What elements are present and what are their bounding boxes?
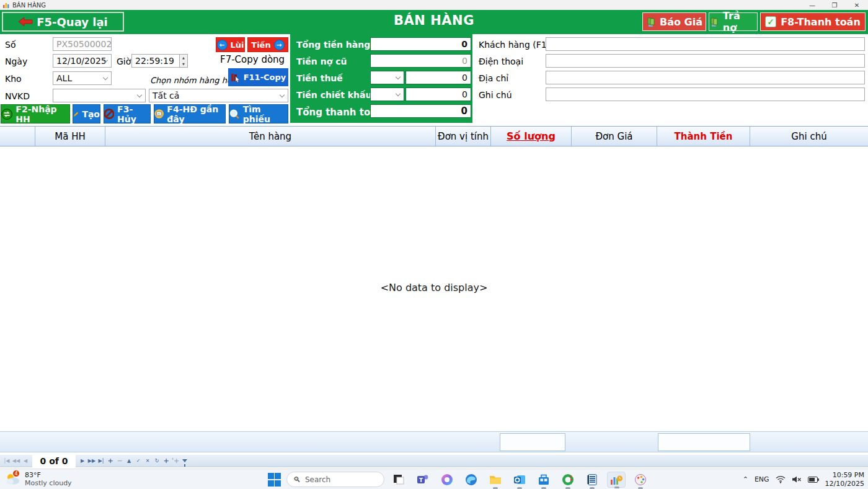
- green-app-icon[interactable]: [559, 472, 577, 488]
- volume-muted-icon[interactable]: [792, 475, 802, 483]
- create-button[interactable]: Tạo: [73, 104, 100, 123]
- paint-app-icon[interactable]: [631, 472, 650, 488]
- language-indicator[interactable]: ENG: [755, 475, 769, 483]
- spin-down-icon[interactable]: ▼: [180, 61, 187, 67]
- spin-up-icon[interactable]: ▲: [180, 55, 187, 61]
- total-goods-field[interactable]: 0: [370, 37, 471, 51]
- address-field[interactable]: [546, 71, 865, 84]
- first-record-button[interactable]: |◀: [2, 456, 11, 466]
- wifi-icon[interactable]: [776, 475, 786, 483]
- column-row-selector[interactable]: [0, 127, 35, 146]
- store-icon[interactable]: [534, 472, 553, 488]
- tax-field[interactable]: 0: [405, 71, 471, 84]
- next-record-button[interactable]: ▶: [78, 456, 87, 466]
- checkout-f8-button[interactable]: ✓ F8-Thanh toán: [760, 12, 866, 31]
- start-button[interactable]: [268, 473, 281, 487]
- filter-button[interactable]: [180, 456, 189, 466]
- create-label: Tạo: [82, 109, 100, 119]
- tax-type-select[interactable]: [370, 71, 404, 84]
- grid-body[interactable]: <No data to display>: [0, 146, 868, 431]
- tray-time: 10:59 PM: [825, 471, 864, 480]
- customer-field[interactable]: [546, 37, 865, 51]
- filter-icon: [182, 459, 187, 462]
- weather-widget[interactable]: 4 83°F Mostly cloudy: [5, 471, 72, 487]
- warehouse-select[interactable]: ALL: [53, 71, 112, 85]
- app-icon: [2, 1, 10, 9]
- old-debt-field[interactable]: 0: [370, 54, 471, 68]
- next-button[interactable]: Tiến →: [247, 37, 288, 52]
- last-record-button[interactable]: ▶|: [97, 456, 105, 466]
- checkmark-icon: ✓: [765, 16, 776, 27]
- invoice-number-field[interactable]: PX50500002: [53, 37, 112, 51]
- gio-label: Giờ: [117, 56, 131, 66]
- tray-chevron-up-icon[interactable]: ⌃: [743, 475, 748, 483]
- phone-field[interactable]: [546, 54, 865, 68]
- search-icon: 🔍︎: [293, 475, 301, 484]
- discount-type-select[interactable]: [370, 87, 404, 101]
- column-ten-hang[interactable]: Tên hàng: [105, 127, 436, 146]
- date-picker[interactable]: 12/10/2025: [53, 54, 112, 68]
- column-ma-hh[interactable]: Mã HH: [35, 127, 105, 146]
- grid-footer: [0, 431, 868, 452]
- insert-record-button[interactable]: +: [106, 456, 115, 466]
- close-button[interactable]: ✕: [846, 0, 868, 10]
- bookmark-button[interactable]: +: [162, 456, 170, 466]
- window-title: BÁN HÀNG: [12, 2, 46, 9]
- note-field[interactable]: [546, 87, 865, 101]
- battery-icon[interactable]: [808, 476, 819, 483]
- record-navigator: |◀ ◀◀ ◀ 0 of 0 ▶ ▶▶ ▶| + − ▲ ✓ ✕ ↻ + '+: [0, 455, 868, 467]
- restore-button[interactable]: ❐: [823, 0, 846, 10]
- chevron-down-icon: [396, 91, 401, 96]
- prev-button[interactable]: ← Lùi: [216, 37, 245, 52]
- f4-recent-invoices-button[interactable]: F4-HĐ gần đây: [154, 104, 226, 123]
- task-view-icon[interactable]: [389, 472, 408, 488]
- f3-cancel-button[interactable]: F3-Hủy: [104, 104, 151, 123]
- salesperson-select[interactable]: [53, 89, 146, 102]
- delete-record-button[interactable]: −: [115, 456, 124, 466]
- outlook-icon[interactable]: [510, 472, 529, 488]
- prior-record-button[interactable]: ◀: [21, 456, 30, 466]
- edge-icon[interactable]: [462, 472, 480, 488]
- money-icon: [646, 17, 655, 27]
- date-value: 12/10/2025: [56, 56, 107, 66]
- find-receipt-button[interactable]: Tìm phiếu: [229, 104, 288, 123]
- refresh-button[interactable]: ↻: [153, 456, 161, 466]
- quote-button[interactable]: Báo Giá: [642, 12, 706, 31]
- discount-field[interactable]: 0: [405, 87, 471, 101]
- f11-copy-button[interactable]: F11-Copy: [228, 68, 288, 86]
- column-don-gia[interactable]: Đơn Giá: [572, 127, 657, 146]
- copilot-icon[interactable]: [438, 472, 456, 488]
- column-so-luong[interactable]: Số lượng: [491, 127, 572, 146]
- edit-record-button[interactable]: ▲: [125, 456, 133, 466]
- title-bar: BÁN HÀNG — ❐ ✕: [0, 0, 868, 10]
- prior-page-button[interactable]: ◀◀: [12, 456, 20, 466]
- f3-cancel-label: F3-Hủy: [117, 104, 150, 124]
- next-page-button[interactable]: ▶▶: [87, 456, 96, 466]
- quantity-sum-box: [500, 433, 565, 451]
- product-group-select[interactable]: Tất cả: [149, 89, 288, 102]
- grand-total-field[interactable]: 0: [370, 104, 471, 118]
- post-edit-button[interactable]: ✓: [134, 456, 143, 466]
- column-thanh-tien[interactable]: Thành Tiền: [657, 127, 750, 146]
- teams-icon[interactable]: T: [414, 472, 432, 488]
- clock[interactable]: 10:59 PM 12/10/2025: [825, 471, 864, 488]
- file-explorer-icon[interactable]: [486, 472, 505, 488]
- f11-copy-label: F11-Copy: [244, 73, 286, 82]
- pay-debt-button[interactable]: Trả nợ: [709, 12, 758, 31]
- pencil-icon: [73, 109, 79, 119]
- goto-bookmark-button[interactable]: '+: [171, 456, 180, 466]
- column-ghi-chu[interactable]: Ghi chú: [750, 127, 868, 146]
- group-label: Chọn nhóm hàng hóa: [150, 76, 237, 85]
- kho-label: Kho: [5, 74, 22, 84]
- time-field[interactable]: 22:59:19: [131, 54, 180, 68]
- taskbar-search[interactable]: 🔍︎ Search: [286, 472, 384, 487]
- minimize-button[interactable]: —: [801, 0, 823, 10]
- notes-app-icon[interactable]: [583, 472, 601, 488]
- column-don-vi-tinh[interactable]: Đơn vị tính: [436, 127, 491, 146]
- f2-import-button[interactable]: F2-Nhập HH: [1, 104, 70, 123]
- f2-import-label: F2-Nhập HH: [16, 104, 69, 124]
- cancel-edit-button[interactable]: ✕: [143, 456, 152, 466]
- f7-copy-row-label[interactable]: F7-Copy dòng: [220, 54, 285, 65]
- pos-app-icon[interactable]: [607, 472, 626, 488]
- notification-badge: 4: [12, 470, 20, 477]
